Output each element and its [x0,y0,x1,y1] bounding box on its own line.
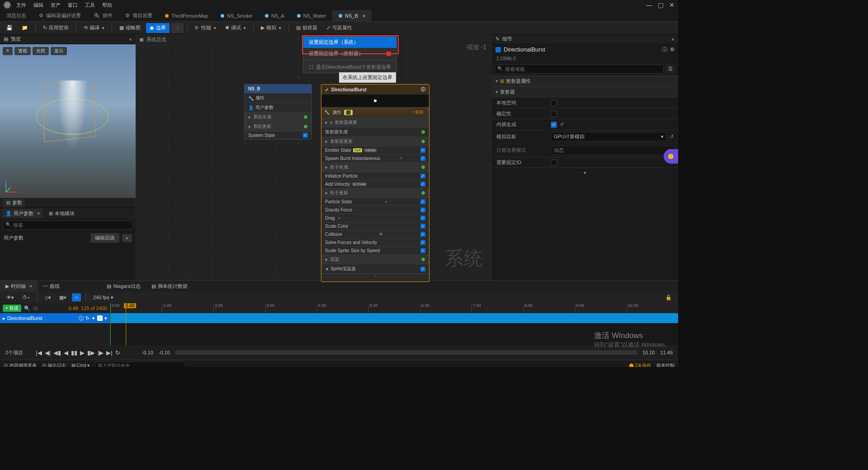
system-node[interactable]: NS_B 🔧属性 👤用户参数 系统生成 系统更新 System State✓ [244,84,312,140]
menu-edit[interactable]: 编辑 [33,2,43,9]
tab-curves[interactable]: 〰曲线 [38,281,65,291]
checkbox-icon[interactable]: ✓ [420,248,425,253]
scalability-button[interactable]: ⤢可延展性 [323,23,356,33]
section-particle-update[interactable]: 粒子更新 [321,188,429,197]
console-input[interactable] [95,362,185,367]
row-init-particle[interactable]: Initialize Particle✓ [321,172,429,180]
range-start[interactable]: -0.10 [142,350,153,355]
scrub-bar[interactable] [175,350,637,355]
add-stage-button[interactable]: + 阶段 [409,109,426,116]
row-sprite-renderer[interactable]: ✦Sprite渲染器✓ [321,264,429,273]
row-emitter-spawn[interactable]: 发射器生成 [321,127,429,136]
show-button[interactable]: 显示 [51,47,67,55]
row-collision[interactable]: Collision👁✓ [321,230,429,238]
node-row-user-params[interactable]: 👤用户参数 [245,103,311,112]
add-icon[interactable] [303,124,308,129]
row-scale-color[interactable]: Scale Color✓ [321,222,429,230]
playhead[interactable] [126,303,126,345]
local-modules-tab[interactable]: ⊞本地模块 [46,209,77,218]
menu-file[interactable]: 文件 [16,2,26,9]
checkbox-icon[interactable]: ✓ [303,133,308,138]
system-graph[interactable]: ▣ 系统总览 NS_B 缩放 -1 系统 设置固定边界（系统） 设置固定边界（发… [136,34,492,280]
performance-button[interactable]: ⊪性能 [191,23,220,33]
loop-button[interactable]: ↻ [115,349,120,356]
bounds-button[interactable]: ◉边界 [146,23,170,33]
checkbox-icon[interactable]: ✓ [420,182,425,187]
snap-options[interactable]: ▦▾ [57,294,69,301]
tab-project-settings[interactable]: ⚙项目设置 [119,10,159,21]
node-section-spawn[interactable]: 系统生成 [245,112,311,122]
save-button[interactable]: 💾 [3,23,16,33]
add-param-button[interactable]: + [122,234,132,242]
checkbox-icon[interactable]: ✓ [420,156,425,161]
menu-button[interactable]: ≡ [3,47,13,55]
prev-key-button[interactable]: ◀| [45,349,51,356]
checkbox-icon[interactable]: ✓ [420,199,425,204]
node-section-update[interactable]: 系统更新 [245,122,311,131]
checkbox-icon[interactable]: ✓ [420,267,425,272]
checkbox[interactable]: ✓ [551,122,557,128]
search-input[interactable] [495,65,664,74]
loop-icon[interactable]: ↻ [85,315,90,321]
range-end[interactable]: 10.10 [642,350,655,355]
edit-hierarchy-button[interactable]: 编辑层级 [90,233,119,243]
checkbox-icon[interactable]: ✓ [420,207,425,212]
tab-thirdpersonmap[interactable]: ThirdPersonMap [159,10,214,21]
assistant-button[interactable]: 🙂 [664,149,678,164]
emitter-node[interactable]: ✓ DirectionalBurst ⓘ 🔧 属性 ⬛ + 阶段 ≡发射器摘要 … [321,84,429,282]
search-input[interactable] [3,221,133,230]
minimize-button[interactable]: — [646,1,652,9]
go-start-button[interactable]: |◀ [36,349,42,356]
track-directionalburst[interactable]: ▸ DirectionalBurst ⓘ ↻ ✦ ✓ ▾ [0,313,110,323]
revision-control-button[interactable]: 版本控制 [656,362,675,367]
node-row-system-state[interactable]: System State✓ [245,131,311,139]
close-icon[interactable]: × [672,37,675,42]
tab-editor-prefs[interactable]: ⚙编辑器偏好设置 [33,10,87,21]
baker-button[interactable]: ▤烘焙器 [292,23,321,33]
apply-scratch-button[interactable]: ↻应用暂存 [39,23,72,33]
lit-button[interactable]: 光照 [33,47,49,55]
playback-options[interactable]: ⏱▾ [19,294,33,301]
bounds-dropdown[interactable]: ⋮ [171,23,184,33]
checkbox-icon[interactable]: ✓ [420,216,425,221]
view-options[interactable]: 👁▾ [4,294,17,301]
checkbox-icon[interactable]: ✓ [420,232,425,237]
tab-niagara-log[interactable]: ▤Niagara日志 [101,281,146,291]
close-button[interactable]: ✕ [669,1,675,9]
sparkle-icon[interactable]: ✦ [91,315,95,321]
row-gravity[interactable]: Gravity Force✓ [321,206,429,214]
section-render[interactable]: 渲染 [321,254,429,264]
row-scale-sprite[interactable]: Scale Sprite Size by Speed✓ [321,246,429,254]
go-end-button[interactable]: ▶| [106,349,112,356]
maximize-button[interactable]: ▢ [658,1,664,9]
pause-button[interactable]: ▮▮ [71,349,77,356]
add-icon[interactable] [421,165,425,169]
viewport[interactable]: ≡ 透视 光照 显示 zx [0,44,136,198]
sim-target-dropdown[interactable]: GPU计算模拟▾ [551,132,667,141]
range-end2[interactable]: 11.45 [660,350,673,355]
add-icon[interactable] [421,130,425,134]
row-add-velocity[interactable]: Add VelocityIn Cone✓ [321,180,429,188]
user-params-tab[interactable]: 👤用户参数× [3,209,42,218]
filter-input[interactable]: 拖 [33,305,38,312]
row-emitter-state[interactable]: Emitter StateSelfInfinite✓ [321,146,429,154]
content-drawer-button[interactable]: ▤ 内容侧滑菜单 [4,362,37,367]
row-spawn-burst[interactable]: Spawn Burst Instantaneous↗✓ [321,154,429,162]
compile-button[interactable]: ⟲编译 [80,23,108,33]
enabled-checkbox[interactable]: ✓ [325,87,329,92]
info-icon[interactable]: ⓘ [421,86,425,93]
row-drag[interactable]: Drag•✓ [321,214,429,222]
tab-ns-water[interactable]: NS_Water [291,10,332,21]
menu-asset[interactable]: 资产 [51,2,61,9]
lock-icon[interactable]: 🔓 [663,294,675,301]
add-icon[interactable] [421,257,425,262]
menu-item-set-fixed-bounds-system[interactable]: 设置固定边界（系统） [303,37,396,48]
reset-icon[interactable]: ↺ [670,134,674,140]
chevron-down-icon[interactable]: ▾ [104,315,107,321]
cmd-dropdown[interactable]: ▤ Cmd ▾ [71,363,90,367]
tab-ns-smoke[interactable]: NS_Smoke [214,10,259,21]
reverse-button[interactable]: ◀ [64,349,68,356]
menu-window[interactable]: 窗口 [68,2,78,9]
output-log-button[interactable]: ▤ 输出日志 [42,362,66,367]
checkbox[interactable] [551,100,557,106]
